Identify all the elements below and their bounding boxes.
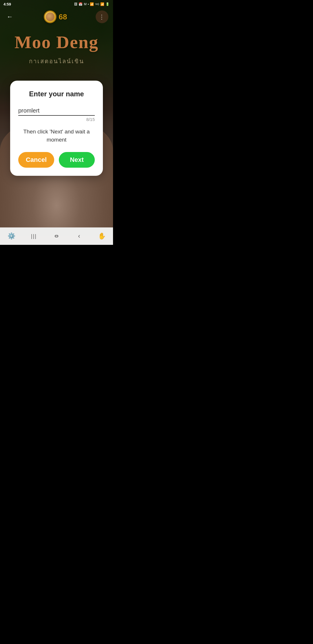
name-input[interactable] <box>18 106 95 116</box>
name-input-wrapper <box>18 106 95 116</box>
enter-name-dialog: Enter your name 8/15 Then click 'Next' a… <box>10 81 103 176</box>
home-icon <box>55 235 58 237</box>
nav-home-button[interactable] <box>50 230 63 243</box>
nav-back-icon: ‹ <box>78 232 80 240</box>
nav-back-button[interactable]: ‹ <box>73 230 85 243</box>
nav-settings-button[interactable]: ⚙️ <box>5 230 18 243</box>
dialog-buttons: Cancel Next <box>18 152 95 168</box>
nav-recents-button[interactable]: ||| <box>28 230 40 243</box>
cancel-button[interactable]: Cancel <box>18 152 54 168</box>
hint-text: Then click 'Next' and wait a moment <box>18 128 95 144</box>
settings-icon: ⚙️ <box>8 232 15 240</box>
next-button[interactable]: Next <box>59 152 95 168</box>
nav-assist-button[interactable]: ✋ <box>95 230 108 243</box>
assist-icon: ✋ <box>98 232 106 240</box>
modal-overlay: Enter your name 8/15 Then click 'Next' a… <box>0 0 113 245</box>
dialog-title: Enter your name <box>18 90 95 98</box>
bottom-nav: ⚙️ ||| ‹ ✋ <box>0 227 113 245</box>
recents-icon: ||| <box>31 233 37 239</box>
char-count: 8/15 <box>18 117 95 122</box>
